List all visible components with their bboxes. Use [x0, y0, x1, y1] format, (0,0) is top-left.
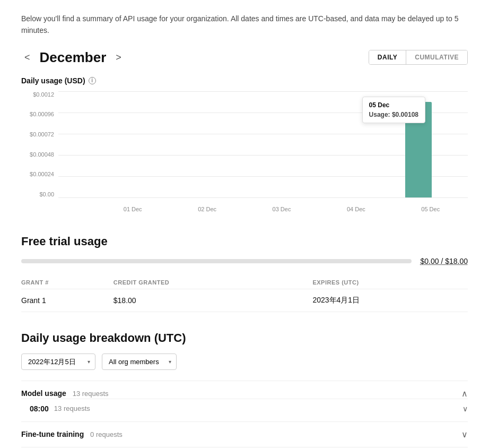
y-label-2: $0.00072	[30, 131, 54, 137]
member-select[interactable]: All org members	[102, 354, 177, 370]
daily-toggle-button[interactable]: DAILY	[369, 50, 406, 64]
y-label-0: $0.0012	[33, 91, 54, 98]
tooltip-date: 05 Dec	[369, 101, 418, 109]
accordion-fine-tune-title: Fine-tune training	[21, 430, 84, 438]
grant-table: GRANT # CREDIT GRANTED EXPIRES (UTC) Gra…	[21, 276, 468, 312]
accordion-model-usage-header[interactable]: Model usage 13 requests ∧	[21, 389, 468, 399]
grant-table-header-row: GRANT # CREDIT GRANTED EXPIRES (UTC)	[21, 276, 468, 289]
grant-table-body: Grant 1 $18.00 2023年4月1日	[21, 289, 468, 312]
sub-row-0800: 08:00 13 requests ∨	[21, 399, 468, 414]
grant-expires-cell: 2023年4月1日	[291, 289, 468, 312]
tooltip-label: Usage:	[369, 111, 390, 118]
sub-row-count: 13 requests	[54, 404, 90, 412]
col-credit-granted: CREDIT GRANTED	[92, 276, 292, 289]
table-row: Grant 1 $18.00 2023年4月1日	[21, 289, 468, 312]
accordion-model-usage-count: 13 requests	[73, 390, 109, 398]
progress-label: $0.00 / $18.00	[420, 257, 468, 265]
accordion-fine-tune-expand-icon: ∨	[461, 429, 468, 440]
member-select-wrapper: All org members ▾	[102, 354, 177, 370]
prev-month-button[interactable]: <	[21, 50, 33, 65]
info-icon[interactable]: i	[89, 77, 96, 84]
x-label-2: 03 Dec	[273, 206, 291, 212]
cumulative-toggle-button[interactable]: CUMULATIVE	[406, 50, 467, 64]
tooltip-amount: $0.00108	[392, 111, 418, 118]
month-nav-left: < December >	[21, 49, 125, 66]
tooltip-value: Usage: $0.00108	[369, 111, 418, 118]
date-select-wrapper: 2022年12月5日 ▾	[21, 354, 95, 370]
bar-group-2	[224, 91, 302, 197]
breakdown-title: Daily usage breakdown (UTC)	[21, 331, 468, 345]
grant-credit-cell: $18.00	[92, 289, 292, 312]
grant-name-cell: Grant 1	[21, 289, 92, 312]
grant-table-head: GRANT # CREDIT GRANTED EXPIRES (UTC)	[21, 276, 468, 289]
accordion-fine-tune-count: 0 requests	[90, 430, 123, 438]
intro-text: Below you'll find a summary of API usage…	[21, 13, 468, 37]
free-trial-title: Free trial usage	[21, 235, 468, 248]
accordion-fine-tune-title-group: Fine-tune training 0 requests	[21, 430, 123, 438]
y-axis: $0.0012 $0.00096 $0.00072 $0.00048 $0.00…	[21, 91, 58, 197]
sub-row-expand-icon[interactable]: ∨	[462, 404, 468, 413]
free-trial-section: Free trial usage $0.00 / $18.00 GRANT # …	[21, 235, 468, 312]
chart-plot: 05 Dec Usage: $0.00108 01 Dec 02 Dec 03 …	[58, 91, 468, 197]
y-label-5: $0.00	[39, 191, 54, 197]
accordion-model-usage-title: Model usage	[21, 389, 66, 398]
col-expires: EXPIRES (UTC)	[291, 276, 468, 289]
next-month-button[interactable]: >	[112, 50, 125, 65]
breakdown-section: Daily usage breakdown (UTC) 2022年12月5日 ▾…	[21, 331, 468, 447]
month-nav: < December > DAILY CUMULATIVE	[21, 49, 468, 66]
sub-row-left: 08:00 13 requests	[30, 404, 90, 413]
y-label-4: $0.00024	[30, 171, 54, 177]
accordion-fine-tune-header[interactable]: Fine-tune training 0 requests ∨	[21, 429, 468, 440]
sub-row-time: 08:00	[30, 404, 49, 413]
chart-tooltip: 05 Dec Usage: $0.00108	[362, 97, 425, 123]
chart-section-title: Daily usage (USD) i	[21, 76, 468, 85]
daily-usage-section: Daily usage (USD) i $0.0012 $0.00096 $0.…	[21, 76, 468, 213]
accordion-model-usage-title-group: Model usage 13 requests	[21, 389, 109, 398]
bar-group-0	[69, 91, 146, 197]
chart-title-text: Daily usage (USD)	[21, 76, 85, 85]
y-label-3: $0.00048	[30, 151, 54, 158]
y-label-1: $0.00096	[30, 111, 54, 117]
bar-group-1	[146, 91, 224, 197]
x-label-3: 04 Dec	[347, 206, 365, 212]
col-grant-num: GRANT #	[21, 276, 92, 289]
x-label-1: 02 Dec	[198, 206, 216, 212]
view-toggle-group: DAILY CUMULATIVE	[369, 50, 468, 65]
date-select[interactable]: 2022年12月5日	[21, 354, 95, 370]
chart-container: $0.0012 $0.00096 $0.00072 $0.00048 $0.00…	[21, 91, 468, 213]
main-container: Below you'll find a summary of API usage…	[0, 0, 489, 448]
x-label-0: 01 Dec	[124, 206, 142, 212]
x-label-4: 05 Dec	[421, 206, 440, 212]
accordion-model-usage-collapse-icon: ∧	[461, 389, 468, 399]
accordion-model-usage: Model usage 13 requests ∧ 08:00 13 reque…	[21, 381, 468, 421]
month-title: December	[40, 49, 107, 66]
x-axis: 01 Dec 02 Dec 03 Dec 04 Dec 05 Dec	[95, 206, 468, 212]
grid-line-5	[58, 197, 468, 198]
chart-area: $0.0012 $0.00096 $0.00072 $0.00048 $0.00…	[21, 91, 468, 197]
progress-bar-track	[21, 259, 412, 263]
breakdown-controls: 2022年12月5日 ▾ All org members ▾	[21, 354, 468, 370]
progress-bar-container: $0.00 / $18.00	[21, 257, 468, 265]
accordion-fine-tune: Fine-tune training 0 requests ∨	[21, 421, 468, 447]
